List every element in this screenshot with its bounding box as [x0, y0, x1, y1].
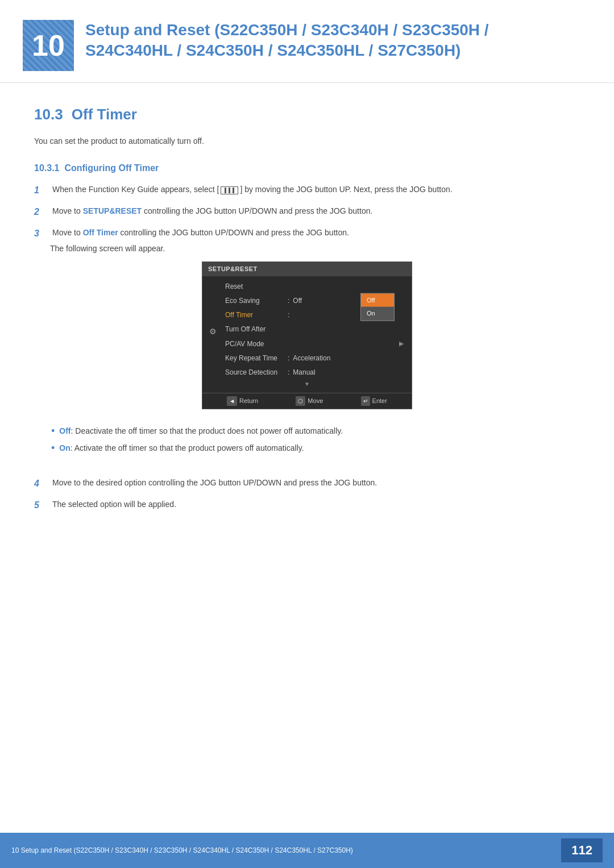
step-4: 4 Move to the desired option controlling…	[34, 477, 580, 491]
menu-row-source-detection: Source Detection : Manual	[202, 366, 412, 380]
subsection-heading: 10.3.1 Configuring Off Timer	[34, 163, 580, 173]
step-4-text: Move to the desired option controlling t…	[52, 477, 580, 489]
step-3-extra: The following screen will appear.	[50, 243, 165, 255]
dropdown-off: Off	[361, 294, 394, 308]
arrow-right-icon: ▶	[399, 339, 404, 349]
page-number: 112	[561, 838, 603, 862]
enter-button: ↵ Enter	[361, 396, 387, 406]
step-3-num: 3	[34, 227, 50, 240]
steps-list: 1 When the Function Key Guide appears, s…	[34, 184, 580, 512]
step-1-text: When the Function Key Guide appears, sel…	[52, 184, 580, 196]
menu-screenshot: SETUP&RESET Reset Eco Saving : Off Off T	[202, 261, 412, 409]
return-icon: ◄	[227, 396, 237, 406]
bullet-on: • On: Activate the off timer so that the…	[51, 442, 343, 455]
chapter-title: Setup and Reset (S22C350H / S23C340H / S…	[85, 17, 580, 61]
menu-row-key-repeat: Key Repeat Time : Acceleration	[202, 351, 412, 366]
gear-icon: ⚙	[209, 325, 218, 334]
menu-title-bar: SETUP&RESET	[202, 262, 412, 276]
footer-text: 10 Setup and Reset (S22C350H / S23C340H …	[11, 846, 353, 854]
return-button: ◄ Return	[227, 396, 258, 406]
menu-row-off-timer: Off Timer : Off On	[202, 308, 412, 322]
menu-row-turn-off-after: ⚙ Turn Off After	[202, 322, 412, 337]
step-4-num: 4	[34, 477, 50, 491]
scroll-down-indicator: ▼	[202, 380, 412, 389]
step-1-num: 1	[34, 184, 50, 197]
move-button: ⬡ Move	[296, 396, 323, 406]
chapter-number-text: 10	[32, 28, 65, 63]
step-5-num: 5	[34, 499, 50, 512]
dropdown-on: On	[361, 307, 394, 321]
menu-bottom-bar: ◄ Return ⬡ Move ↵ Enter	[202, 393, 412, 409]
page-footer: 10 Setup and Reset (S22C350H / S23C340H …	[0, 833, 614, 868]
section-heading: 10.3 Off Timer	[34, 106, 580, 123]
bullet-list: • Off: Deactivate the off timer so that …	[51, 425, 343, 459]
enter-icon: ↵	[361, 396, 370, 406]
chapter-number: 10	[23, 20, 74, 71]
bullet-off: • Off: Deactivate the off timer so that …	[51, 425, 343, 438]
menu-row-reset: Reset	[202, 280, 412, 294]
dropdown-popup: Off On	[360, 293, 395, 321]
step-1: 1 When the Function Key Guide appears, s…	[34, 184, 580, 197]
intro-text: You can set the product to automatically…	[34, 135, 580, 147]
step-5: 5 The selected option will be applied.	[34, 499, 580, 512]
step-2: 2 Move to SETUP&RESET controlling the JO…	[34, 205, 580, 219]
jog-icon	[221, 186, 238, 194]
chapter-header: 10 Setup and Reset (S22C350H / S23C340H …	[0, 0, 614, 83]
menu-body: Reset Eco Saving : Off Off Timer :	[202, 276, 412, 393]
step-2-num: 2	[34, 205, 50, 219]
move-icon: ⬡	[296, 396, 305, 406]
step-3-text: Move to Off Timer controlling the JOG bu…	[52, 227, 349, 239]
menu-row-pc-av-mode: PC/AV Mode ▶	[202, 337, 412, 351]
step-5-text: The selected option will be applied.	[52, 499, 580, 510]
main-content: 10.3 Off Timer You can set the product t…	[0, 83, 614, 567]
step-2-text: Move to SETUP&RESET controlling the JOG …	[52, 205, 580, 217]
step-3: 3 Move to Off Timer controlling the JOG …	[34, 227, 580, 469]
